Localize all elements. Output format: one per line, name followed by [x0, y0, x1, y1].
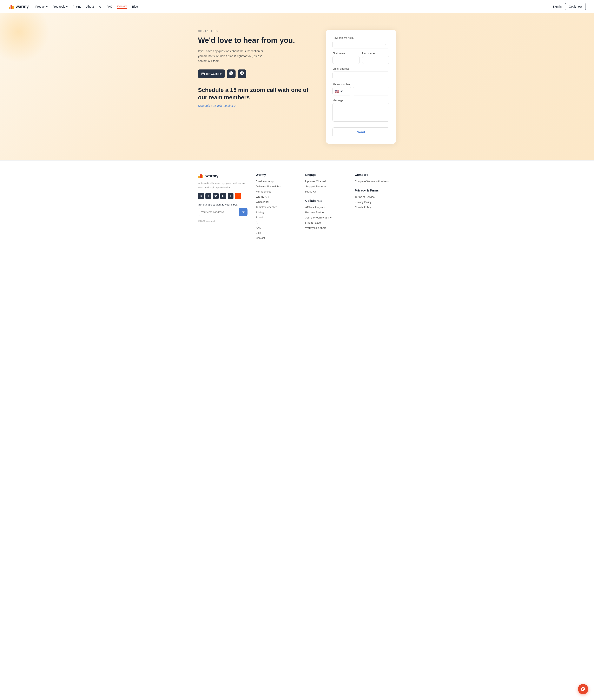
- newsletter-label: Get our tips straight to your inbox: [198, 203, 248, 206]
- footer-link-agencies[interactable]: For agencies: [256, 190, 297, 193]
- contact-label: CONTACT US: [198, 30, 309, 33]
- footer-link-about[interactable]: About: [256, 216, 297, 219]
- footer-link-affiliate[interactable]: Affiliate Program: [305, 206, 346, 209]
- footer-copyright: ©2022 Warmy.io: [198, 220, 248, 223]
- first-name-label: First name: [332, 52, 360, 55]
- external-link-icon: ↗: [234, 104, 236, 107]
- newsletter-submit-button[interactable]: [239, 208, 248, 216]
- phone-row: 🇺🇸 +1: [332, 87, 389, 96]
- mail-icon: [201, 73, 205, 75]
- email-text: hi@warmy.io: [206, 72, 222, 75]
- phone-group: Phone number 🇺🇸 +1: [332, 83, 389, 96]
- nav-about[interactable]: About: [87, 5, 94, 8]
- last-name-input[interactable]: [362, 56, 389, 64]
- first-name-input[interactable]: [332, 56, 360, 64]
- telegram-button[interactable]: [238, 69, 246, 78]
- navbar: warmy Product ▾ Free tools ▾ Pricing Abo…: [0, 0, 594, 13]
- last-name-label: Last name: [362, 52, 389, 55]
- footer-link-cookie[interactable]: Cookie Policy: [355, 206, 396, 209]
- footer-link-email-warm-up[interactable]: Email warm up: [256, 180, 297, 183]
- facebook-icon[interactable]: f: [205, 193, 211, 199]
- logo-text: warmy: [16, 4, 29, 9]
- nav-blog[interactable]: Blog: [132, 5, 138, 8]
- nav-contact[interactable]: Contact: [118, 4, 127, 9]
- nav-faq[interactable]: FAQ: [107, 5, 112, 8]
- footer-link-contact[interactable]: Contact: [256, 237, 297, 240]
- message-textarea[interactable]: [332, 103, 389, 121]
- footer-logo: warmy: [198, 173, 248, 179]
- logo-icon: [8, 4, 14, 9]
- help-topic-group: How can we help? General inquiry Sales S…: [332, 36, 389, 48]
- telegram-social-icon[interactable]: ✈: [228, 193, 233, 199]
- footer-col-engage: Engage Updates Channel Suggest Features …: [305, 173, 346, 242]
- footer-link-privacy[interactable]: Privacy Policy: [355, 201, 396, 204]
- svg-rect-5: [200, 174, 202, 178]
- email-input[interactable]: [332, 72, 389, 79]
- footer-link-warmy-partners[interactable]: Warmy's Partners: [305, 226, 346, 230]
- sign-in-button[interactable]: Sign in: [553, 5, 562, 8]
- svg-rect-1: [10, 5, 12, 9]
- hero-section: CONTACT US We'd love to hear from you. I…: [0, 13, 594, 161]
- footer-link-suggest[interactable]: Suggest Features: [305, 185, 346, 188]
- get-it-now-button[interactable]: Get it now: [565, 3, 586, 10]
- footer-link-expert[interactable]: Find an expert: [305, 221, 346, 224]
- svg-rect-4: [198, 176, 200, 178]
- nav-free-tools[interactable]: Free tools ▾: [53, 5, 68, 8]
- footer-link-join[interactable]: Join the Warmy family: [305, 216, 346, 219]
- footer-link-api[interactable]: Warmy API: [256, 195, 297, 198]
- first-name-group: First name: [332, 52, 360, 64]
- nav-pricing[interactable]: Pricing: [73, 5, 81, 8]
- footer-link-pricing[interactable]: Pricing: [256, 211, 297, 214]
- navbar-right: Sign in Get it now: [553, 3, 586, 10]
- footer-link-partner[interactable]: Become Partner: [305, 211, 346, 214]
- svg-rect-0: [9, 7, 10, 9]
- whatsapp-button[interactable]: [227, 69, 235, 78]
- logo[interactable]: warmy: [8, 4, 29, 9]
- reddit-icon[interactable]: r: [235, 193, 241, 199]
- footer-col-compare: Compare Compare Warmy with others Privac…: [355, 173, 396, 242]
- us-flag-icon: 🇺🇸: [335, 89, 339, 93]
- twitter-icon[interactable]: [213, 193, 219, 199]
- send-arrow-icon: [242, 210, 244, 214]
- footer-brand: warmy Automatically warm up your mailbox…: [198, 173, 248, 242]
- hero-desc: If you have any questions about the subs…: [198, 49, 268, 64]
- footer-cols: Warmy Email warm up Deliverability insig…: [256, 173, 396, 242]
- footer-link-ai[interactable]: AI: [256, 221, 297, 224]
- hero-title: We'd love to hear from you.: [198, 36, 309, 45]
- youtube-icon[interactable]: ▶: [220, 193, 226, 199]
- phone-number-input[interactable]: [353, 87, 389, 96]
- footer-link-compare[interactable]: Compare Warmy with others: [355, 180, 396, 183]
- footer-logo-text: warmy: [205, 174, 219, 178]
- footer-link-faq[interactable]: FAQ: [256, 226, 297, 229]
- footer-link-deliverability[interactable]: Deliverability insights: [256, 185, 297, 188]
- help-topic-label: How can we help?: [332, 36, 389, 39]
- email-group: Email address: [332, 67, 389, 79]
- help-topic-select[interactable]: General inquiry Sales Support Partnershi…: [332, 41, 389, 48]
- nav-ai[interactable]: AI: [99, 5, 101, 8]
- footer-link-tos[interactable]: Terms of Service: [355, 196, 396, 199]
- footer-inner: warmy Automatically warm up your mailbox…: [198, 173, 396, 242]
- navbar-left: warmy Product ▾ Free tools ▾ Pricing Abo…: [8, 4, 138, 9]
- footer-engage-title: Engage: [305, 173, 346, 176]
- footer-link-blog[interactable]: Blog: [256, 231, 297, 234]
- newsletter-form: [198, 208, 248, 216]
- nav-product[interactable]: Product ▾: [35, 5, 47, 8]
- zoom-title: Schedule a 15 min zoom call with one of …: [198, 86, 309, 101]
- zoom-link[interactable]: Schedule a 15 min meeting ↗: [198, 104, 309, 107]
- hero-right: How can we help? General inquiry Sales S…: [326, 30, 396, 144]
- newsletter-input[interactable]: [198, 208, 239, 216]
- message-group: Message: [332, 99, 389, 123]
- phone-country-code[interactable]: 🇺🇸 +1: [332, 87, 351, 96]
- footer-link-white-label[interactable]: White label: [256, 200, 297, 204]
- phone-label: Phone number: [332, 83, 389, 86]
- whatsapp-icon: [229, 71, 233, 76]
- email-button[interactable]: hi@warmy.io: [198, 69, 225, 78]
- send-button[interactable]: Send: [332, 128, 389, 137]
- footer-link-press[interactable]: Press Kit: [305, 190, 346, 193]
- footer-link-updates[interactable]: Updates Channel: [305, 180, 346, 183]
- linkedin-icon[interactable]: in: [198, 193, 204, 199]
- footer-link-template-checker[interactable]: Template checker: [256, 206, 297, 209]
- footer: warmy Automatically warm up your mailbox…: [0, 161, 594, 250]
- last-name-group: Last name: [362, 52, 389, 64]
- svg-rect-6: [202, 175, 203, 178]
